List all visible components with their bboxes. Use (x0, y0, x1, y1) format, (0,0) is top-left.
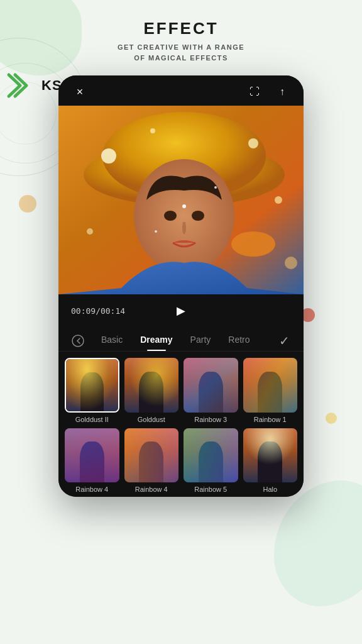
effect-thumb-rainbow3 (184, 358, 238, 413)
bg-blob-bottom (274, 480, 362, 606)
tab-retro[interactable]: Retro (219, 331, 258, 351)
svg-point-12 (285, 257, 297, 269)
tab-back-button[interactable] (69, 331, 87, 350)
tab-basic[interactable]: Basic (92, 331, 131, 351)
effect-golddust-ii[interactable]: Golddust II (65, 358, 119, 423)
bg-dot-orange (19, 195, 36, 213)
phone-topbar: × ⛶ ↑ (58, 75, 304, 106)
effect-label-golddust-ii: Golddust II (75, 416, 109, 423)
header: EFFECT GET CREATIVE WITH A RANGE OF MAGI… (0, 0, 362, 69)
share-button[interactable]: ↑ (273, 83, 291, 101)
svg-point-10 (87, 228, 93, 235)
effect-halo[interactable]: Halo (243, 428, 298, 494)
svg-point-9 (275, 196, 282, 204)
watermark-icon (6, 72, 39, 99)
confirm-button[interactable]: ✓ (275, 331, 293, 350)
effect-label-rainbow1: Rainbow 1 (254, 416, 287, 423)
expand-button[interactable]: ⛶ (246, 83, 263, 101)
tab-dreamy[interactable]: Dreamy (131, 331, 181, 351)
svg-point-14 (214, 186, 217, 189)
effect-label-rainbow4b: Rainbow 4 (135, 486, 168, 493)
svg-point-5 (192, 211, 204, 221)
photo-svg (58, 106, 304, 294)
svg-point-6 (231, 231, 275, 257)
effect-golddust[interactable]: Golddust (124, 358, 179, 423)
svg-point-15 (155, 230, 157, 233)
effect-rainbow3[interactable]: Rainbow 3 (184, 358, 238, 423)
effect-thumb-rainbow5 (184, 428, 238, 483)
svg-point-11 (150, 128, 155, 133)
page-subtitle: GET CREATIVE WITH A RANGE OF MAGICAL EFF… (0, 42, 362, 63)
effect-rainbow5[interactable]: Rainbow 5 (184, 428, 238, 494)
play-button[interactable]: ▶ (171, 301, 191, 321)
effect-thumb-golddust (124, 358, 179, 413)
svg-point-3 (134, 159, 234, 272)
effects-grid: Golddust II Golddust Rainbow 3 (58, 352, 304, 497)
effect-rainbow4b[interactable]: Rainbow 4 (124, 428, 179, 494)
topbar-icons: ⛶ ↑ (246, 83, 291, 101)
effect-label-halo: Halo (263, 486, 277, 493)
effect-label-golddust: Golddust (138, 416, 165, 423)
effect-label-rainbow4a: Rainbow 4 (75, 486, 108, 493)
back-icon (71, 334, 85, 348)
watermark-brand: KSAPK (41, 77, 93, 94)
time-display: 00:09/00:14 (71, 306, 171, 316)
effect-label-rainbow5: Rainbow 5 (194, 486, 227, 493)
effect-thumb-golddust-ii (65, 358, 119, 413)
svg-point-13 (182, 204, 186, 208)
svg-point-7 (101, 148, 116, 164)
effect-tabs: Basic Dreamy Party Retro ✓ (58, 327, 304, 352)
photo-preview (58, 106, 304, 294)
effect-rainbow1[interactable]: Rainbow 1 (243, 358, 298, 423)
watermark: KSAPK (6, 72, 93, 99)
svg-point-8 (248, 138, 258, 148)
effect-thumb-halo (243, 428, 298, 483)
playback-bar: 00:09/00:14 ▶ (58, 294, 304, 327)
effect-thumb-rainbow4b (124, 428, 179, 483)
page-title: EFFECT (0, 19, 362, 38)
effect-thumb-rainbow1 (243, 358, 298, 413)
effect-label-rainbow3: Rainbow 3 (194, 416, 227, 423)
tab-party[interactable]: Party (182, 331, 220, 351)
effect-thumb-rainbow4a (65, 428, 119, 483)
bg-dot-yellow (326, 413, 337, 424)
effect-rainbow4a[interactable]: Rainbow 4 (65, 428, 119, 494)
phone-mockup: × ⛶ ↑ (58, 75, 304, 497)
svg-point-4 (164, 211, 177, 221)
